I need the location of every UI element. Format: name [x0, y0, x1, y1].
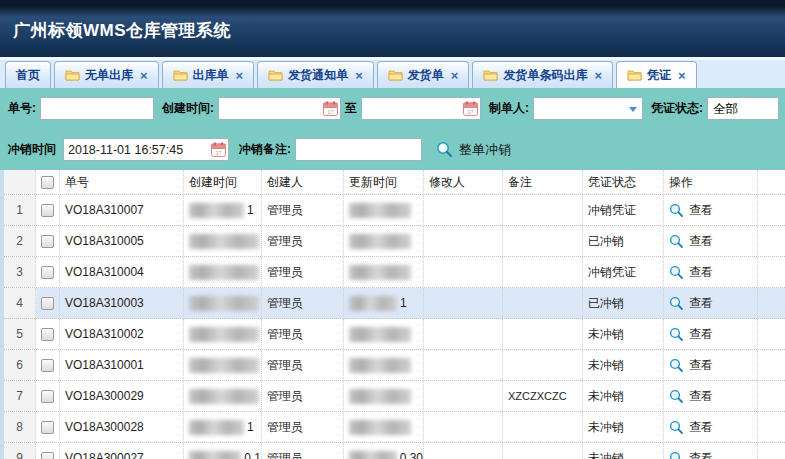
filter-panel: 单号: 创建时间: 17 至 17 制单人: 凭证状态: 全部 冲销时间 17 … [0, 88, 785, 170]
create-time-cell [184, 350, 262, 380]
modifier-cell [424, 288, 503, 318]
writeoff-all-label: 整单冲销 [459, 141, 511, 159]
chevron-down-icon[interactable] [629, 107, 637, 112]
table-row[interactable]: 7VO18A300029管理员XZCZXCZC未冲销查看 [4, 381, 785, 412]
creator-cell: 管理员 [262, 257, 344, 287]
close-icon[interactable]: × [451, 68, 459, 83]
row-filler [758, 257, 785, 287]
title-bar: 广州标领WMS仓库管理系统 [0, 0, 785, 57]
to-label: 至 [345, 100, 357, 117]
table-header-row: 单号创建时间创建人更新时间修改人备注凭证状态操作 [4, 170, 785, 195]
magnifier-icon [436, 141, 453, 158]
table-row[interactable]: 6VO18A310001管理员未冲销查看 [4, 350, 785, 381]
select-all-checkbox[interactable] [41, 176, 54, 189]
view-link[interactable]: 查看 [669, 264, 713, 281]
remark-cell [503, 319, 583, 349]
table-row[interactable]: 8VO18A3000281管理员未冲销查看 [4, 412, 785, 443]
row-checkbox[interactable] [41, 359, 54, 372]
app-title: 广州标领WMS仓库管理系统 [13, 19, 231, 42]
checkbox-cell [36, 443, 60, 459]
table-row[interactable]: 5VO18A310002管理员未冲销查看 [4, 319, 785, 350]
row-checkbox[interactable] [41, 328, 54, 341]
close-icon[interactable]: × [236, 68, 244, 83]
row-checkbox[interactable] [41, 266, 54, 279]
order-no-cell: VO18A310001 [60, 350, 184, 380]
create-time-from-field[interactable]: 17 [218, 97, 341, 120]
writeoff-time-input[interactable] [63, 138, 229, 161]
calendar-icon[interactable]: 17 [211, 142, 226, 157]
table-row[interactable]: 3VO18A310004管理员冲销凭证查看 [4, 257, 785, 288]
view-link[interactable]: 查看 [669, 450, 713, 459]
redacted-value [349, 234, 411, 249]
select-all-cell [36, 170, 60, 194]
table-row[interactable]: 2VO18A310005管理员已冲销查看 [4, 226, 785, 257]
close-icon[interactable]: × [355, 68, 363, 83]
row-checkbox[interactable] [41, 235, 54, 248]
view-link[interactable]: 查看 [669, 202, 713, 219]
row-filler [758, 443, 785, 459]
row-filler [758, 412, 785, 442]
writeoff-remark-input[interactable] [295, 138, 422, 161]
calendar-icon[interactable]: 17 [323, 101, 338, 116]
redacted-value [349, 358, 411, 373]
view-link[interactable]: 查看 [669, 388, 713, 405]
writeoff-time-field[interactable]: 17 [63, 138, 229, 161]
row-checkbox[interactable] [41, 452, 54, 459]
grid: 单号创建时间创建人更新时间修改人备注凭证状态操作 1VO18A3100071管理… [4, 170, 785, 459]
action-cell: 查看 [664, 319, 758, 349]
calendar-icon[interactable]: 17 [463, 101, 478, 116]
tab-凭证[interactable]: 凭证× [616, 61, 697, 88]
maker-select[interactable] [533, 97, 643, 120]
creator-cell: 管理员 [262, 412, 344, 442]
close-icon[interactable]: × [678, 68, 686, 83]
order-no-input[interactable] [40, 97, 154, 120]
row-number: 1 [4, 195, 36, 225]
table-row[interactable]: 9VO18A3000270.1管理员0.30未冲销查看 [4, 443, 785, 459]
view-link[interactable]: 查看 [669, 295, 713, 312]
redacted-value [349, 420, 411, 435]
order-no-cell: VO18A310007 [60, 195, 184, 225]
view-link[interactable]: 查看 [669, 419, 713, 436]
maker-label: 制单人: [489, 100, 529, 117]
voucher-status-select[interactable]: 全部 [707, 97, 779, 120]
status-cell: 冲销凭证 [583, 195, 664, 225]
tab-发货单条码出库[interactable]: 发货单条码出库× [472, 61, 613, 88]
row-checkbox[interactable] [41, 297, 54, 310]
row-checkbox[interactable] [41, 421, 54, 434]
tab-首页[interactable]: 首页 [5, 61, 51, 88]
redacted-value [349, 451, 397, 459]
tab-出库单[interactable]: 出库单× [162, 61, 255, 88]
tab-发货单[interactable]: 发货单× [377, 61, 470, 88]
create-time-label: 创建时间: [162, 100, 214, 117]
order-no-cell: VO18A310005 [60, 226, 184, 256]
column-header: 操作 [664, 170, 758, 194]
filter-row-1: 单号: 创建时间: 17 至 17 制单人: 凭证状态: 全部 [0, 88, 785, 129]
magnifier-icon [669, 420, 684, 435]
table-row[interactable]: 4VO18A310003管理员1已冲销查看 [4, 288, 785, 319]
view-link[interactable]: 查看 [669, 233, 713, 250]
view-link[interactable]: 查看 [669, 326, 713, 343]
row-checkbox[interactable] [41, 390, 54, 403]
status-cell: 未冲销 [583, 319, 664, 349]
table-row[interactable]: 1VO18A3100071管理员冲销凭证查看 [4, 195, 785, 226]
remark-cell [503, 288, 583, 318]
close-icon[interactable]: × [140, 68, 148, 83]
svg-text:17: 17 [327, 109, 333, 115]
row-checkbox[interactable] [41, 204, 54, 217]
writeoff-all-button[interactable]: 整单冲销 [436, 141, 511, 159]
tab-发货通知单[interactable]: 发货通知单× [257, 61, 374, 88]
create-time-to-field[interactable]: 17 [361, 97, 481, 120]
view-label: 查看 [689, 388, 713, 405]
order-no-cell: VO18A310003 [60, 288, 184, 318]
tab-label: 发货单 [408, 67, 444, 84]
tab-无单出库[interactable]: 无单出库× [54, 61, 159, 88]
close-icon[interactable]: × [594, 68, 602, 83]
creator-cell: 管理员 [262, 288, 344, 318]
update-time-fragment: 1 [400, 296, 407, 310]
row-filler [758, 195, 785, 225]
folder-icon [627, 69, 642, 81]
table-body: 1VO18A3100071管理员冲销凭证查看2VO18A310005管理员已冲销… [4, 195, 785, 459]
modifier-cell [424, 412, 503, 442]
view-link[interactable]: 查看 [669, 357, 713, 374]
update-time-cell [344, 257, 424, 287]
